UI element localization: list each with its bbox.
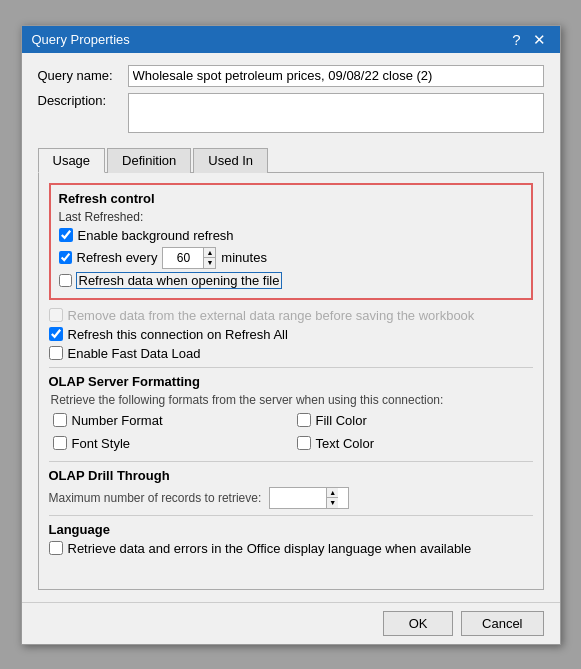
help-button[interactable]: ? <box>508 32 524 47</box>
cancel-button[interactable]: Cancel <box>461 611 543 636</box>
description-row: Description: <box>38 93 544 133</box>
tab-definition[interactable]: Definition <box>107 148 191 173</box>
number-format-row: Number Format <box>53 413 289 428</box>
text-color-checkbox[interactable] <box>297 436 311 450</box>
refresh-every-label: Refresh every <box>77 250 158 265</box>
refresh-control-title: Refresh control <box>59 191 523 206</box>
olap-server-desc: Retrieve the following formats from the … <box>51 393 533 407</box>
spinner-buttons: ▲ ▼ <box>203 248 215 268</box>
tab-content-usage: Refresh control Last Refreshed: Enable b… <box>38 173 544 590</box>
enable-bg-refresh-checkbox[interactable] <box>59 228 73 242</box>
spinner-down-button[interactable]: ▼ <box>204 258 215 268</box>
drill-spinner-down[interactable]: ▼ <box>327 498 338 508</box>
font-style-checkbox[interactable] <box>53 436 67 450</box>
tabs: Usage Definition Used In <box>38 147 544 173</box>
olap-server-title: OLAP Server Formatting <box>49 374 533 389</box>
query-name-row: Query name: <box>38 65 544 87</box>
ok-button[interactable]: OK <box>383 611 453 636</box>
last-refreshed-label: Last Refreshed: <box>59 210 523 224</box>
query-name-input[interactable] <box>128 65 544 87</box>
fast-data-load-checkbox[interactable] <box>49 346 63 360</box>
text-color-row: Text Color <box>297 436 533 451</box>
fill-color-checkbox[interactable] <box>297 413 311 427</box>
refresh-on-open-label: Refresh data when opening the file <box>77 273 282 288</box>
query-name-label: Query name: <box>38 68 128 83</box>
description-label: Description: <box>38 93 128 108</box>
refresh-every-unit: minutes <box>221 250 267 265</box>
query-properties-dialog: Query Properties ? ✕ Query name: Descrip… <box>21 25 561 645</box>
language-title: Language <box>49 522 533 537</box>
enable-bg-refresh-row: Enable background refresh <box>59 228 523 243</box>
remove-data-row: Remove data from the external data range… <box>49 308 533 323</box>
spinner-up-button[interactable]: ▲ <box>204 248 215 258</box>
drill-input[interactable] <box>270 488 326 508</box>
olap-format-checkboxes: Number Format Fill Color Font Style Text… <box>53 413 533 455</box>
refresh-every-spinner: ▲ ▼ <box>162 247 216 269</box>
dialog-body: Query name: Description: Usage Definitio… <box>22 53 560 602</box>
tab-used-in[interactable]: Used In <box>193 148 268 173</box>
drill-spinner: ▲ ▼ <box>269 487 349 509</box>
number-format-checkbox[interactable] <box>53 413 67 427</box>
dialog-footer: OK Cancel <box>22 602 560 644</box>
title-bar-buttons: ? ✕ <box>508 32 549 47</box>
language-row: Retrieve data and errors in the Office d… <box>49 541 533 556</box>
number-format-label: Number Format <box>72 413 163 428</box>
text-color-label: Text Color <box>316 436 375 451</box>
refresh-all-row: Refresh this connection on Refresh All <box>49 327 533 342</box>
drill-label: Maximum number of records to retrieve: <box>49 491 262 505</box>
fast-data-load-label: Enable Fast Data Load <box>68 346 201 361</box>
fill-color-label: Fill Color <box>316 413 367 428</box>
tab-usage[interactable]: Usage <box>38 148 106 173</box>
font-style-label: Font Style <box>72 436 131 451</box>
remove-data-checkbox <box>49 308 63 322</box>
remove-data-label: Remove data from the external data range… <box>68 308 475 323</box>
dialog-title: Query Properties <box>32 32 130 47</box>
close-button[interactable]: ✕ <box>529 32 550 47</box>
fast-data-load-row: Enable Fast Data Load <box>49 346 533 361</box>
description-input[interactable] <box>128 93 544 133</box>
olap-drill-title: OLAP Drill Through <box>49 468 533 483</box>
fill-color-row: Fill Color <box>297 413 533 428</box>
drill-row: Maximum number of records to retrieve: ▲… <box>49 487 533 509</box>
title-bar: Query Properties ? ✕ <box>22 26 560 53</box>
refresh-on-open-row: Refresh data when opening the file <box>59 273 523 288</box>
font-style-row: Font Style <box>53 436 289 451</box>
enable-bg-refresh-label: Enable background refresh <box>78 228 234 243</box>
drill-spinner-up[interactable]: ▲ <box>327 488 338 498</box>
refresh-all-label: Refresh this connection on Refresh All <box>68 327 288 342</box>
refresh-all-checkbox[interactable] <box>49 327 63 341</box>
language-checkbox[interactable] <box>49 541 63 555</box>
drill-spinner-buttons: ▲ ▼ <box>326 488 338 508</box>
refresh-control-box: Refresh control Last Refreshed: Enable b… <box>49 183 533 300</box>
refresh-every-input[interactable] <box>163 248 203 268</box>
language-label: Retrieve data and errors in the Office d… <box>68 541 472 556</box>
refresh-every-checkbox[interactable] <box>59 251 72 264</box>
refresh-every-row: Refresh every ▲ ▼ minutes <box>59 247 523 269</box>
refresh-on-open-checkbox[interactable] <box>59 274 72 287</box>
